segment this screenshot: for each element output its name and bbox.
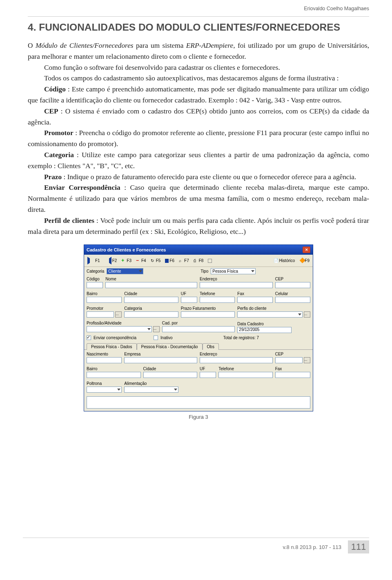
lbl-profissao: Profissão/Atividade (87, 321, 160, 325)
fld-cep2[interactable] (275, 357, 303, 363)
lbl-nome: Nome (105, 277, 197, 281)
chk-enviar[interactable] (87, 336, 91, 340)
lbl-cep2: CEP (275, 352, 310, 356)
fld-emp[interactable] (124, 357, 197, 363)
p8-text: : Indique o prazo de faturamento ofereci… (62, 173, 356, 181)
header-author: Eriovaldo Coelho Magalhaes (28, 5, 369, 17)
btn-cep2-lookup[interactable]: ... (304, 357, 310, 363)
p7-text: : Utilize este campo para categorizar se… (28, 151, 369, 170)
fld-fax[interactable] (237, 297, 272, 303)
fld-poltrona[interactable] (87, 387, 122, 393)
btn-promotor-lookup[interactable]: ... (115, 311, 122, 318)
fld-fax2[interactable] (275, 372, 310, 378)
fld-bairro[interactable] (87, 297, 122, 303)
sel-tipo[interactable]: Pessoa Física (211, 268, 256, 274)
tab-obs[interactable]: Obs (203, 343, 219, 350)
lbl-promotor: Promotor (87, 306, 122, 311)
p5-text: : O sistema é enviado com o cadastro dos… (28, 107, 369, 126)
lbl-nasc: Nascimento (87, 352, 122, 356)
tb-f7[interactable]: ⌕F7 (178, 258, 190, 263)
lbl-endereco: Endereço (200, 277, 273, 281)
lbl-cep: CEP (275, 277, 310, 281)
fld-cep[interactable] (275, 282, 310, 288)
lbl-codigo: Código (87, 277, 103, 281)
lbl-emp: Empresa (124, 352, 197, 356)
fld-prazo[interactable] (181, 311, 235, 318)
lbl-celular: Celular (275, 291, 310, 296)
p6-label: Promotor (44, 129, 74, 137)
tb-f6[interactable]: F6 (164, 258, 175, 263)
paragraph-3: Todos os campos do cadastramento são aut… (28, 73, 369, 84)
sel-categoria[interactable]: Cliente (107, 268, 143, 274)
lbl-cidade2: Cidade (143, 367, 198, 371)
lbl-end2: Endereço (200, 352, 273, 356)
tab-dados[interactable]: Pessoa Física - Dados (87, 343, 137, 350)
fld-datacad[interactable]: 29/12/2005 (237, 327, 292, 333)
btn-perfis-lookup[interactable]: ... (304, 311, 310, 318)
body-content: O Módulo de Clientes/Fornecedores para u… (28, 40, 369, 237)
p1-italic-2: ERP-ADempiere, (186, 42, 235, 49)
grid-area (87, 396, 310, 409)
tb-blank[interactable] (207, 258, 213, 263)
issue-ref: v.8 n.8 2013 p. 107 - 113 (283, 544, 341, 550)
lbl-tel2: Telefone (218, 367, 273, 371)
fld-bairro2[interactable] (87, 372, 141, 378)
fld-nome[interactable] (105, 282, 197, 288)
fld-codigo[interactable] (87, 282, 103, 288)
tb-f3[interactable]: +F3 (120, 258, 132, 263)
tb-f2[interactable]: F2 (104, 256, 118, 265)
paragraph-2: Como função o software foi desenvolvido … (28, 62, 369, 73)
exit-icon: 🔶 (299, 258, 304, 263)
lbl-bairro2: Bairro (87, 367, 141, 371)
fld-cidade2[interactable] (143, 372, 198, 378)
tb-hist[interactable]: 📄Histórico (273, 258, 296, 263)
fld-perfis[interactable] (237, 311, 303, 318)
fld-promotor[interactable] (87, 311, 114, 318)
close-icon[interactable]: ✕ (303, 247, 310, 253)
p4-label: Código (44, 85, 66, 93)
next-icon (105, 257, 111, 264)
fld-aliment[interactable] (124, 387, 178, 393)
save-icon (165, 259, 169, 263)
fld-cidade[interactable] (124, 297, 178, 303)
fld-end2[interactable] (200, 357, 273, 363)
chk-inativo[interactable] (154, 336, 158, 340)
fld-tel2[interactable] (218, 372, 273, 378)
minus-icon: − (136, 258, 140, 263)
tb-f5[interactable]: ↻F5 (150, 258, 162, 263)
lbl-fax2: Fax (275, 367, 310, 371)
fld-profissao[interactable] (87, 326, 152, 332)
fld-uf2[interactable] (200, 372, 216, 378)
lbl-telefone: Telefone (200, 291, 235, 296)
lbl-datacad: Data Cadastro (237, 322, 292, 326)
lbl-tipo: Tipo (200, 269, 208, 273)
lbl-aliment: Alimentação (124, 381, 178, 386)
p6-text: : Preencha o código do promotor referent… (28, 129, 369, 148)
p1-italic-1: Módulo de Clientes/Fornecedores (36, 42, 134, 49)
history-icon: 📄 (274, 258, 278, 263)
total-reg: Total de registros: 7 (223, 336, 259, 340)
fld-nasc[interactable] (87, 357, 122, 363)
fld-cadpor[interactable] (162, 326, 235, 332)
fld-categoria2[interactable] (124, 311, 178, 318)
fld-telefone[interactable] (200, 297, 235, 303)
titlebar[interactable]: Cadastro de Clientes e Fornecedores ✕ (84, 245, 313, 255)
p7-label: Categoria (44, 151, 74, 159)
p9-label: Enviar Correspondência (44, 184, 120, 191)
tab-doc[interactable]: Pessoa Física - Documentação (137, 343, 203, 350)
lbl-cadpor: Cad. por (162, 321, 235, 325)
lbl-inativo: Inativo (160, 336, 172, 340)
tabs: Pessoa Física - Dados Pessoa Física - Do… (84, 342, 313, 350)
tb-f8[interactable]: ⎙F8 (193, 258, 205, 263)
btn-profissao-lookup[interactable]: ... (153, 326, 160, 332)
print-icon: ⎙ (194, 258, 198, 263)
p4-text: : Este campo é preenchido automaticament… (28, 85, 369, 104)
tb-f4[interactable]: −F4 (135, 258, 147, 263)
page-number: 111 (348, 540, 369, 553)
fld-uf[interactable] (181, 297, 197, 303)
tb-f1[interactable]: F1 (87, 256, 101, 265)
fld-celular[interactable] (275, 297, 310, 303)
fld-endereco[interactable] (200, 282, 273, 288)
tb-f9[interactable]: 🔶F9 (298, 258, 310, 263)
window-title: Cadastro de Clientes e Fornecedores (87, 247, 166, 252)
